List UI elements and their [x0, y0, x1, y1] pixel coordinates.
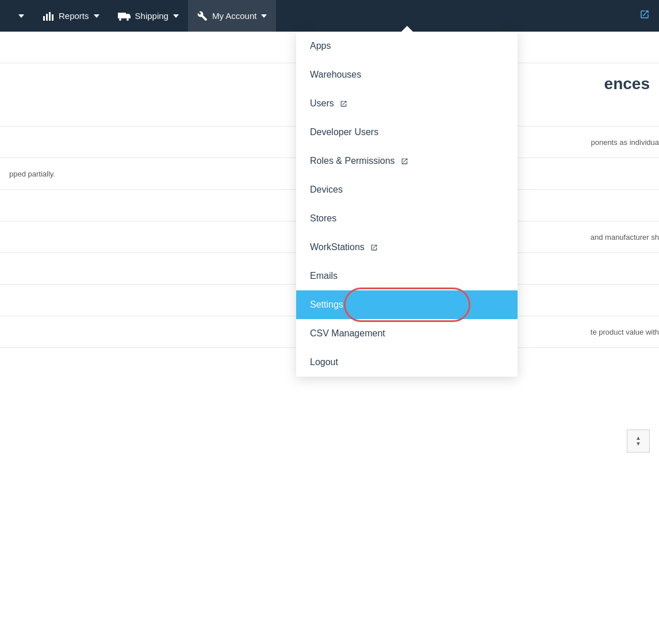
- svg-point-7: [127, 18, 129, 21]
- navbar-right: [639, 9, 650, 22]
- users-label: Users: [310, 98, 334, 109]
- svg-rect-4: [118, 13, 126, 18]
- dropdown-item-users[interactable]: Users: [296, 89, 518, 118]
- settings-annotation-circle: [344, 288, 470, 322]
- chevron-down-icon: [18, 14, 24, 18]
- svg-rect-2: [49, 12, 51, 21]
- dropdown-item-stores[interactable]: Stores: [296, 204, 518, 233]
- dropdown-item-developer-users[interactable]: Developer Users: [296, 118, 518, 147]
- users-external-link-icon: [340, 100, 347, 108]
- bg-text-components: ponents as individua: [591, 138, 659, 147]
- svg-marker-5: [126, 14, 131, 18]
- svg-rect-0: [43, 16, 45, 21]
- roles-external-link-icon: [401, 158, 408, 165]
- csv-management-label: CSV Management: [310, 328, 385, 339]
- dropdown-item-roles-permissions[interactable]: Roles & Permissions: [296, 147, 518, 175]
- my-account-chevron-icon: [261, 14, 267, 18]
- stores-label: Stores: [310, 213, 336, 224]
- nav-item-reports[interactable]: Reports: [33, 0, 109, 32]
- dropdown-item-apps[interactable]: Apps: [296, 32, 518, 60]
- stepper-down[interactable]: ▼: [635, 441, 641, 447]
- wrench-icon: [197, 11, 208, 21]
- bg-right-title: ences: [604, 75, 650, 93]
- external-link-icon[interactable]: [639, 9, 650, 22]
- devices-label: Devices: [310, 185, 343, 195]
- roles-permissions-label: Roles & Permissions: [310, 156, 395, 166]
- dropdown-item-emails[interactable]: Emails: [296, 262, 518, 290]
- my-account-dropdown: Apps Warehouses Users Developer Users Ro…: [296, 32, 518, 377]
- dropdown-item-warehouses[interactable]: Warehouses: [296, 60, 518, 89]
- bg-text-product-value: te product value with: [591, 328, 659, 336]
- reports-label: Reports: [59, 11, 89, 21]
- nav-item-shipping[interactable]: Shipping: [109, 0, 188, 32]
- bar-chart-icon: [43, 10, 54, 22]
- dropdown-item-csv-management[interactable]: CSV Management: [296, 319, 518, 348]
- truck-icon: [118, 12, 131, 21]
- settings-label: Settings: [310, 300, 343, 310]
- warehouses-label: Warehouses: [310, 70, 361, 80]
- workstations-external-link-icon: [370, 244, 378, 251]
- developer-users-label: Developer Users: [310, 127, 378, 137]
- dropdown-item-workstations[interactable]: WorkStations: [296, 233, 518, 262]
- workstations-label: WorkStations: [310, 242, 365, 252]
- bg-text-manufacturer: and manufacturer sh: [591, 233, 659, 241]
- dropdown-arrow: [401, 26, 413, 32]
- svg-point-6: [119, 18, 121, 21]
- shipping-chevron-icon: [173, 14, 179, 18]
- dropdown-item-devices[interactable]: Devices: [296, 175, 518, 204]
- my-account-label: My Account: [212, 11, 257, 21]
- svg-rect-3: [52, 14, 53, 21]
- emails-label: Emails: [310, 271, 338, 281]
- navbar: Reports Shipping My Account: [0, 0, 659, 32]
- bg-text-partially: pped partially.: [9, 170, 55, 178]
- nav-item-my-account[interactable]: My Account: [188, 0, 277, 32]
- svg-rect-1: [46, 14, 48, 21]
- nav-item-leading-chevron[interactable]: [9, 0, 33, 32]
- dropdown-item-settings[interactable]: Settings: [296, 290, 518, 319]
- logout-label: Logout: [310, 357, 338, 367]
- shipping-label: Shipping: [135, 11, 168, 21]
- reports-chevron-icon: [94, 14, 99, 18]
- dropdown-item-logout[interactable]: Logout: [296, 348, 518, 377]
- apps-label: Apps: [310, 41, 331, 51]
- quantity-stepper[interactable]: ▲ ▼: [627, 430, 650, 453]
